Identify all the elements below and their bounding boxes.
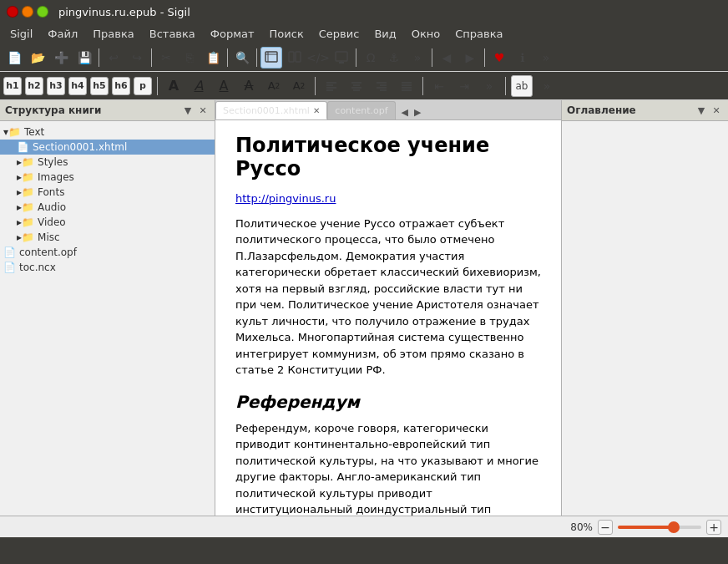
zoom-in-button[interactable]: + [706,520,721,535]
more-format-button[interactable]: » [478,75,500,97]
p-button[interactable]: p [134,77,152,95]
book-structure-header: Структура книги ▼ ✕ [0,100,215,121]
editor-content[interactable]: Политическое учение Руссо http://pingvin… [215,120,561,516]
editor-heading2: Референдум [235,392,541,412]
justify-button[interactable] [396,75,417,97]
tree-item-Text[interactable]: ▾📁Text [0,124,215,140]
strikethrough-button[interactable]: A [238,75,260,97]
find-button[interactable]: 🔍 [231,47,253,69]
tree-item-Images[interactable]: ▸📁Images [0,170,215,185]
align-center-button[interactable] [346,75,367,97]
bookmark-view-button[interactable] [260,47,282,69]
close-button[interactable] [7,6,18,18]
more-button3[interactable]: » [536,75,558,97]
toc-menu-icon[interactable]: ▼ [695,104,708,117]
normal-text-button[interactable]: A [163,75,185,97]
toc-panel-icons[interactable]: ▼ ✕ [695,104,723,117]
cut-button[interactable]: ✂ [155,47,177,69]
subscript-button[interactable]: A2 [263,75,285,97]
preview-button[interactable] [331,47,352,69]
tab-arrow-left[interactable]: ◀ [399,105,411,119]
menu-item-вставка[interactable]: Вставка [143,26,202,42]
menu-item-справка[interactable]: Справка [448,26,509,42]
save-button[interactable]: 💾 [73,47,95,69]
special-char-button[interactable]: Ω [360,47,382,69]
tab-section0001[interactable]: Section0001.xhtml ✕ [215,101,327,119]
split-view-button[interactable] [284,47,306,69]
align-right-button[interactable] [371,75,392,97]
minimize-button[interactable] [22,6,33,18]
forward-button[interactable]: ▶ [459,47,481,69]
code-view-button[interactable]: </> [307,47,329,69]
panel-menu-icon[interactable]: ▼ [181,104,195,117]
menu-item-файл[interactable]: Файл [41,26,84,42]
h4-button[interactable]: h4 [68,77,87,95]
paste-button[interactable]: 📋 [202,47,224,69]
file-icon: 📄 [17,141,29,153]
zoom-out-button[interactable]: − [598,520,613,535]
maximize-button[interactable] [37,6,48,18]
more-button1[interactable]: » [407,47,428,69]
add-button[interactable]: ➕ [50,47,72,69]
tree-item-Styles[interactable]: ▸📁Styles [0,155,215,170]
italic-text-button[interactable]: A [188,75,210,97]
tree-item-Video[interactable]: ▸📁Video [0,215,215,230]
editor-heading1: Политическое учение Руссо [235,134,541,180]
h2-button[interactable]: h2 [25,77,43,95]
editor-paragraph1[interactable]: Политическое учение Руссо отражает субъе… [235,216,541,379]
info-button[interactable]: ℹ [512,47,533,69]
h6-button[interactable]: h6 [112,77,130,95]
menu-item-сервис[interactable]: Сервис [312,26,367,42]
folder-icon: ▸📁 [17,171,34,183]
ab-button[interactable]: ab [511,75,533,97]
open-button[interactable]: 📂 [27,47,48,69]
tree-item-content-opf[interactable]: 📄content.opf [0,245,215,260]
back-button[interactable]: ◀ [436,47,458,69]
h5-button[interactable]: h5 [90,77,109,95]
superscript-button[interactable]: A2 [288,75,310,97]
menu-item-поиск[interactable]: Поиск [263,26,311,42]
h1-button[interactable]: h1 [3,77,22,95]
menu-item-окно[interactable]: Окно [405,26,447,42]
menu-item-формат[interactable]: Формат [204,26,261,42]
tree-item-Audio[interactable]: ▸📁Audio [0,200,215,215]
increase-indent-button[interactable]: ⇥ [453,75,475,97]
window-controls[interactable] [7,6,48,18]
h3-button[interactable]: h3 [47,77,65,95]
editor-link[interactable]: http://pingvinus.ru [235,192,336,205]
underline-text-button[interactable]: A [213,75,235,97]
undo-button[interactable]: ↩ [103,47,124,69]
new-button[interactable]: 📄 [3,47,25,69]
tree-item-toc-ncx[interactable]: 📄toc.ncx [0,260,215,275]
menu-item-правка[interactable]: Правка [86,26,140,42]
tree-item-label: Fonts [38,186,64,198]
tab-content-opf[interactable]: content.opf [327,101,395,119]
toolbar-main: 📄 📂 ➕ 💾 ↩ ↪ ✂ ⎘ 📋 🔍 </> Ω ⚓ » ◀ ▶ ♥ ℹ » [0,43,728,72]
menu-item-вид[interactable]: Вид [367,26,402,42]
tree-item-Section0001-xhtml[interactable]: 📄Section0001.xhtml [0,140,215,155]
redo-button[interactable]: ↪ [126,47,148,69]
editor-paragraph2[interactable]: Референдум, короче говоря, категорически… [235,420,541,516]
tree-item-Fonts[interactable]: ▸📁Fonts [0,185,215,200]
heart-button[interactable]: ♥ [488,47,510,69]
tab-section0001-close[interactable]: ✕ [313,106,320,115]
tab-content-opf-label: content.opf [335,105,387,116]
panel-header-icons[interactable]: ▼ ✕ [181,104,210,117]
more-button2[interactable]: » [535,47,557,69]
tree-item-label: content.opf [19,246,77,258]
align-left-button[interactable] [321,75,342,97]
toc-close-icon[interactable]: ✕ [710,104,723,117]
anchor-button[interactable]: ⚓ [383,47,405,69]
sep9 [315,77,316,95]
file-icon: 📄 [3,262,16,273]
menu-app[interactable]: Sigil [3,26,39,42]
tab-navigation: ◀ ▶ [396,105,427,119]
decrease-indent-button[interactable]: ⇤ [428,75,450,97]
panel-close-icon[interactable]: ✕ [196,104,210,117]
copy-button[interactable]: ⎘ [179,47,200,69]
zoom-slider[interactable] [618,526,701,529]
toc-tree [562,121,728,516]
tree-item-Misc[interactable]: ▸📁Misc [0,230,215,245]
tree-item-label: Styles [38,156,68,168]
tab-arrow-right[interactable]: ▶ [412,105,423,119]
